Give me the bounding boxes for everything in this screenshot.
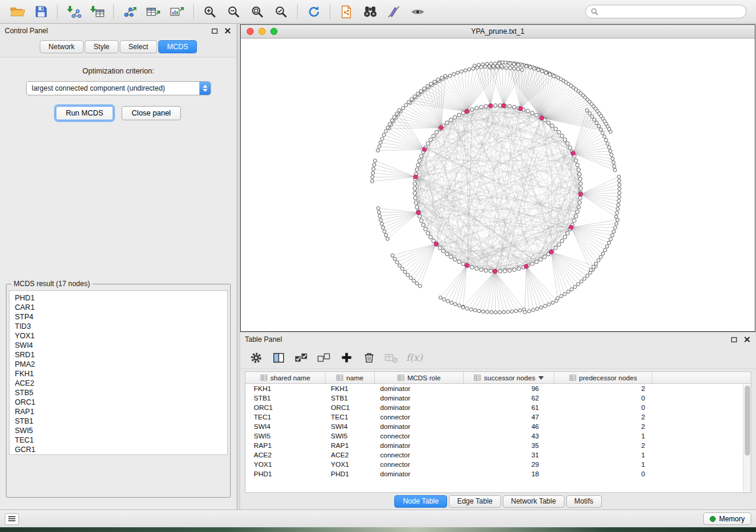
table-row[interactable]: STB1STB1dominator620 [245,393,751,403]
column-grid-icon [569,374,576,381]
table-cell: dominator [375,422,464,431]
close-icon [744,336,750,342]
select-all-button[interactable] [291,349,311,367]
import-network-button[interactable] [62,2,85,21]
table-row[interactable]: FKH1FKH1dominator962 [245,384,751,393]
export-document-button[interactable] [335,2,358,21]
column-header-predecessor-nodes[interactable]: predecessor nodes [554,372,652,383]
graphics-details-button[interactable] [382,2,405,21]
table-vertical-scrollbar[interactable] [743,384,751,492]
column-header-name[interactable]: name [326,372,375,383]
mcds-result-item[interactable]: PHD1 [15,293,227,303]
table-row[interactable]: ORC1ORC1dominator610 [245,403,751,412]
mcds-result-item[interactable]: FKH1 [15,369,227,379]
mcds-result-item[interactable]: SWI4 [15,341,227,350]
tab-style[interactable]: Style [85,40,119,53]
mcds-result-item[interactable]: GCR1 [15,445,227,454]
search-input[interactable] [601,8,741,16]
open-session-button[interactable] [6,2,28,21]
zoom-out-button[interactable] [222,2,245,21]
window-traffic-lights [247,28,277,35]
network-window-titlebar[interactable]: YPA_prune.txt_1 [241,25,755,39]
column-label: shared name [270,374,310,382]
memory-button[interactable]: Memory [703,512,751,525]
close-panel-icon-button[interactable] [224,27,232,35]
mcds-result-item[interactable]: TID3 [15,322,227,331]
mcds-result-item[interactable]: CAR1 [15,303,227,312]
tab-network-table[interactable]: Network Table [503,495,564,508]
criterion-select[interactable]: largest connected component (undirected) [26,81,211,95]
table-cell: ORC1 [326,403,375,412]
mcds-result-item[interactable]: STB5 [15,388,227,398]
tab-motifs[interactable]: Motifs [566,495,602,508]
mcds-result-item[interactable]: STP4 [15,312,227,322]
mcds-result-item[interactable]: ACE2 [15,379,227,388]
table-settings-button[interactable] [246,349,266,367]
show-columns-button[interactable] [269,349,289,367]
mcds-result-item[interactable]: RAP1 [15,407,227,416]
mcds-result-item[interactable]: PMA2 [15,360,227,369]
close-window-icon[interactable] [247,28,254,35]
refresh-button[interactable] [302,2,325,21]
search-box[interactable] [585,5,747,18]
table-row[interactable]: RAP1RAP1dominator352 [245,441,751,450]
import-table-button[interactable] [86,2,109,21]
toolbar-separator [57,4,58,20]
table-row[interactable]: PHD1PHD1dominator180 [245,469,751,479]
toggle-visibility-button[interactable] [406,2,429,21]
export-image-button[interactable] [166,2,189,21]
column-header-mcds-role[interactable]: MCDS role [375,372,464,383]
float-panel-button[interactable] [210,27,219,35]
table-cell: PHD1 [326,469,375,479]
maximize-window-icon[interactable] [270,28,277,35]
style-slash-icon [387,5,401,19]
tab-network[interactable]: Network [40,40,84,53]
run-mcds-button[interactable]: Run MCDS [56,106,113,120]
close-panel-button[interactable]: Close panel [122,106,181,120]
float-table-panel-button[interactable] [730,335,738,344]
mcds-result-item[interactable]: ORC1 [15,398,227,407]
search-network-button[interactable] [359,2,381,21]
close-table-panel-button[interactable] [743,335,751,344]
table-row[interactable]: SWI5SWI5connector431 [245,431,751,441]
unselect-all-icon [316,351,331,364]
export-image-icon [170,5,185,19]
columns-icon [272,351,285,364]
export-table-button[interactable] [142,2,165,21]
table-row[interactable]: TEC1TEC1connector472 [245,412,751,422]
table-cell: 47 [464,412,554,422]
mcds-result-item[interactable]: SRD1 [15,350,227,360]
zoom-fit-button[interactable] [246,2,269,21]
sort-chevron-icon[interactable] [538,376,544,380]
mcds-result-item[interactable]: STB1 [15,416,227,426]
unselect-all-button[interactable] [314,349,334,367]
save-session-button[interactable] [30,2,52,21]
mcds-result-list[interactable]: PHD1CAR1STP4TID3YOX1SWI4SRD1PMA2FKH1ACE2… [9,290,228,455]
minimize-window-icon[interactable] [259,28,266,35]
select-all-icon [294,351,309,364]
export-network-button[interactable] [119,2,141,21]
add-column-button[interactable] [336,349,356,367]
scrollbar-thumb[interactable] [745,386,750,456]
mcds-result-item[interactable]: YOX1 [15,331,227,341]
tab-node-table[interactable]: Node Table [394,495,447,508]
mcds-result-item[interactable]: SWI5 [15,426,227,435]
tab-select[interactable]: Select [120,40,157,53]
table-cell: 46 [464,422,554,431]
column-header-shared-name[interactable]: shared name [245,372,326,383]
table-row[interactable]: SWI4SWI4dominator462 [245,422,751,431]
table-row[interactable]: YOX1YOX1connector291 [245,460,751,469]
table-panel-header: Table Panel [240,332,756,347]
tab-mcds[interactable]: MCDS [158,40,197,53]
table-row[interactable]: ACE2ACE2connector311 [245,450,751,460]
zoom-selected-button[interactable] [270,2,292,21]
task-history-button[interactable] [5,513,19,525]
tab-edge-table[interactable]: Edge Table [449,495,501,508]
mcds-result-item[interactable]: TEC1 [15,435,227,445]
column-header-successor-nodes[interactable]: successor nodes [464,372,554,383]
network-graph[interactable] [241,39,755,331]
delete-column-button[interactable] [359,349,379,367]
zoom-in-button[interactable] [199,2,221,21]
table-cell: FKH1 [245,384,326,393]
network-canvas[interactable] [241,39,755,331]
